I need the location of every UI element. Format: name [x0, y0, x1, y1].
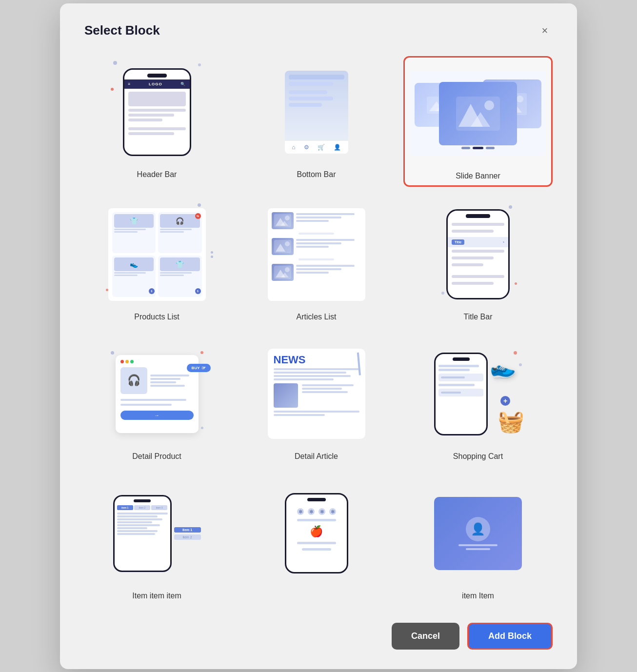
detail-product-thumb: 🎧 BUY ☞ [89, 343, 224, 445]
block-item-tab[interactable]: item 1 item 2 item 3 [84, 477, 229, 605]
articles-list-thumb [249, 203, 384, 306]
detail-product-label: Detail Product [132, 452, 181, 461]
add-block-button[interactable]: Add Block [467, 623, 553, 650]
tab-thumb: item 1 item 2 item 3 [89, 482, 224, 585]
auth-thumb: ✱ ✱ ✱ ✱ 🍎 [249, 482, 384, 585]
modal-header: Select Block × [84, 23, 553, 39]
svg-point-13 [285, 216, 290, 220]
svg-point-5 [517, 96, 523, 102]
block-item-detail-article[interactable]: NEWS | [244, 338, 389, 466]
detail-article-thumb: NEWS | [249, 343, 384, 445]
svg-point-20 [285, 267, 290, 272]
shopping-cart-label: Shopping Cart [453, 452, 503, 461]
articles-list-label: Articles List [297, 313, 337, 321]
block-item-profile[interactable]: 👤 item Item [403, 477, 553, 605]
products-list-thumb: 👕 🎧 % [89, 203, 224, 306]
block-item-shopping-cart[interactable]: 👟 🧺 + Shopping Cart [403, 338, 553, 466]
svg-point-17 [285, 241, 290, 246]
block-item-detail-product[interactable]: 🎧 BUY ☞ [84, 338, 229, 466]
profile-label: item Item [462, 592, 494, 600]
header-bar-label: Header Bar [137, 170, 177, 179]
block-item-slide-banner[interactable]: Slide Banner [403, 56, 553, 187]
block-item-articles-list[interactable]: Articles List [244, 198, 389, 326]
cancel-button[interactable]: Cancel [392, 623, 459, 650]
modal-footer: Cancel Add Block [84, 623, 553, 650]
block-item-header-bar[interactable]: ≡ LOGO 🔍 [84, 56, 229, 187]
block-item-title-bar[interactable]: Title › Title Bar [403, 198, 553, 326]
products-list-label: Products List [134, 313, 179, 321]
block-item-auth[interactable]: ✱ ✱ ✱ ✱ 🍎 [244, 477, 389, 605]
tab-label: Item item item [132, 592, 181, 600]
block-item-products-list[interactable]: 👕 🎧 % [84, 198, 229, 326]
shopping-cart-thumb: 👟 🧺 + [408, 343, 548, 445]
select-block-modal: Select Block × ≡ LOGO 🔍 [60, 3, 577, 669]
slide-banner-thumb [410, 62, 546, 165]
header-bar-phone: ≡ LOGO 🔍 [123, 68, 191, 156]
bottom-bar-thumb: ⌂ ⚙ 🛒 👤 [249, 61, 384, 163]
block-item-bottom-bar[interactable]: ⌂ ⚙ 🛒 👤 Bottom Bar [244, 56, 389, 187]
detail-article-label: Detail Article [295, 452, 338, 461]
modal-title: Select Block [84, 23, 160, 38]
svg-point-9 [484, 100, 494, 110]
header-bar-thumb: ≡ LOGO 🔍 [89, 61, 224, 163]
title-bar-label: Title Bar [464, 313, 493, 321]
title-bar-thumb: Title › [408, 203, 548, 306]
profile-thumb: 👤 [408, 482, 548, 585]
bottom-bar-label: Bottom Bar [297, 170, 336, 179]
close-button[interactable]: × [537, 23, 553, 39]
slide-banner-label: Slide Banner [456, 172, 500, 180]
blocks-grid: ≡ LOGO 🔍 [84, 56, 553, 605]
